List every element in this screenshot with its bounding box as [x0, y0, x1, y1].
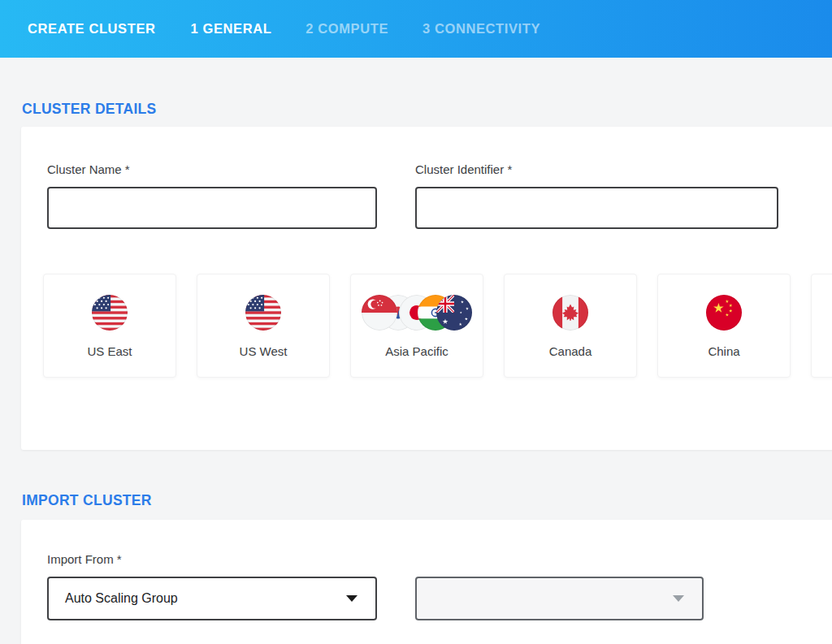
chevron-down-icon — [673, 595, 684, 602]
tab-compute[interactable]: 2 COMPUTE — [306, 21, 388, 37]
import-cluster-card: Import From * Auto Scaling Group — [21, 520, 832, 644]
asia-pacific-flags-icon — [362, 295, 472, 331]
chevron-down-icon — [346, 595, 358, 602]
region-card-us-west[interactable]: US West — [197, 274, 330, 378]
canada-flag-icon — [552, 295, 588, 331]
import-source-select[interactable] — [415, 577, 704, 620]
tab-connectivity[interactable]: 3 CONNECTIVITY — [422, 21, 540, 37]
import-from-selected-value: Auto Scaling Group — [65, 591, 178, 606]
region-selector-row: US East — [43, 274, 832, 378]
region-label: US East — [87, 344, 132, 358]
region-card-partial[interactable] — [811, 274, 832, 378]
cluster-fields-row: Cluster Name * Cluster Identifier * — [47, 162, 832, 229]
us-flag-icon — [92, 295, 128, 331]
page-title: CREATE CLUSTER — [28, 21, 156, 37]
import-selects-row: Auto Scaling Group — [47, 577, 832, 620]
region-label: Asia Pacific — [385, 344, 448, 358]
us-flag-icon — [245, 295, 281, 331]
import-from-field: Import From * Auto Scaling Group — [47, 552, 832, 620]
cluster-name-label: Cluster Name * — [47, 162, 377, 176]
cluster-identifier-field: Cluster Identifier * — [415, 162, 778, 229]
region-card-china[interactable]: China — [657, 274, 791, 378]
wizard-header-bar: CREATE CLUSTER 1 GENERAL 2 COMPUTE 3 CON… — [0, 0, 832, 58]
import-cluster-heading: IMPORT CLUSTER — [22, 450, 832, 509]
region-label: Canada — [549, 344, 592, 358]
region-card-canada[interactable]: Canada — [504, 274, 637, 378]
import-from-label: Import From * — [47, 552, 832, 566]
region-label: China — [708, 344, 739, 358]
singapore-flag-icon — [362, 295, 397, 331]
china-flag-icon — [706, 295, 742, 331]
region-label: US West — [240, 344, 288, 358]
region-card-asia-pacific[interactable]: Asia Pacific — [350, 274, 483, 378]
cluster-identifier-label: Cluster Identifier * — [415, 162, 778, 176]
cluster-name-input[interactable] — [47, 187, 377, 229]
cluster-details-heading: CLUSTER DETAILS — [22, 58, 832, 118]
tab-general[interactable]: 1 GENERAL — [191, 21, 272, 37]
import-from-select[interactable]: Auto Scaling Group — [47, 577, 377, 620]
cluster-details-card: Cluster Name * Cluster Identifier * — [21, 127, 832, 450]
cluster-name-field: Cluster Name * — [47, 162, 377, 229]
cluster-identifier-input[interactable] — [415, 187, 778, 229]
region-card-us-east[interactable]: US East — [43, 274, 176, 378]
australia-flag-icon — [436, 295, 472, 331]
